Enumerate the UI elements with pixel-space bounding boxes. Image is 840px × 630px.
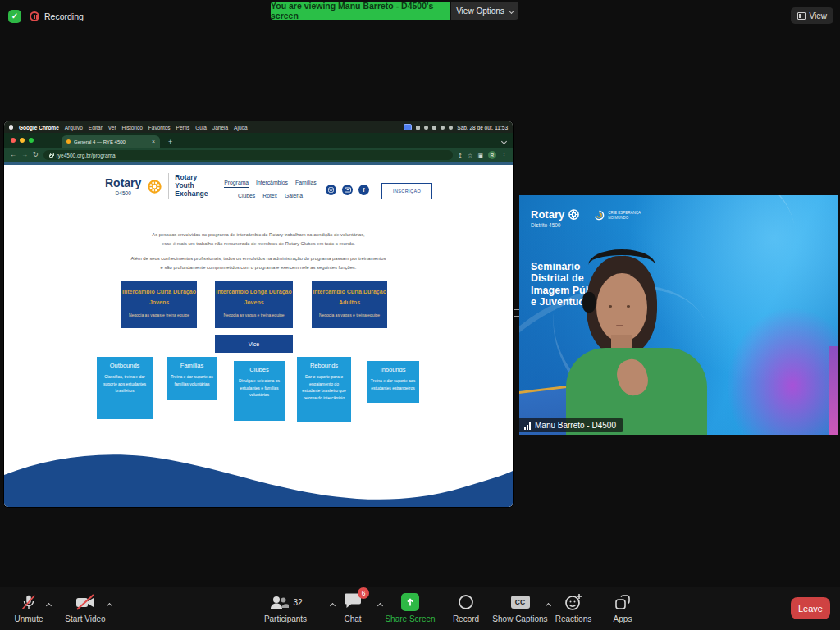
forward-button[interactable]: → bbox=[21, 152, 28, 158]
nav-clubes[interactable]: Clubes bbox=[238, 193, 255, 199]
menu-perfis[interactable]: Perfis bbox=[176, 125, 190, 130]
menu-ajuda[interactable]: Ajuda bbox=[234, 125, 248, 130]
menu-guia[interactable]: Guia bbox=[195, 125, 207, 130]
leave-button[interactable]: Leave bbox=[791, 597, 830, 619]
url-omnibox[interactable]: rye4500.org.br/programa bbox=[43, 150, 454, 160]
maximize-window-icon[interactable] bbox=[29, 138, 34, 143]
nav-galeria[interactable]: Galeria bbox=[285, 193, 303, 199]
tab-favicon-icon bbox=[66, 139, 71, 144]
role-title: Intercambio Curta Duração Jovens bbox=[121, 281, 197, 308]
intro-paragraphs: As pessoas envolvidas no programa de int… bbox=[4, 231, 513, 272]
inscricao-button[interactable]: INSCRIÇÃO bbox=[381, 183, 432, 199]
browser-tab[interactable]: General 4 — RYE 4500 × bbox=[62, 135, 160, 148]
record-icon bbox=[457, 593, 475, 611]
rye-webpage: Rotary D4500 bbox=[4, 165, 513, 507]
chrome-menu-kebab-icon[interactable]: ⋮ bbox=[501, 153, 507, 158]
apps-label: Apps bbox=[588, 614, 657, 623]
control-center-icon[interactable] bbox=[449, 126, 453, 130]
view-options-label: View Options bbox=[456, 7, 504, 16]
role-desc: Treina e dar suporte aos estudantes estr… bbox=[370, 377, 416, 391]
role-title: Inbounds bbox=[370, 366, 416, 373]
intro-line: As pessoas envolvidas no programa de int… bbox=[4, 231, 513, 240]
close-window-icon[interactable] bbox=[11, 138, 16, 143]
participants-count: 32 bbox=[293, 598, 302, 607]
chat-unread-badge: 6 bbox=[358, 587, 369, 599]
back-button[interactable]: ← bbox=[10, 152, 16, 158]
security-shield-icon[interactable]: ✓ bbox=[8, 10, 21, 23]
email-icon[interactable] bbox=[342, 185, 353, 195]
participants-icon bbox=[268, 593, 290, 611]
intro-line: e são profundamente comprometidos com o … bbox=[4, 263, 513, 272]
role-card-clubes: Clubes Divulga e seleciona os estudantes… bbox=[234, 361, 285, 421]
view-button[interactable]: View bbox=[791, 7, 834, 24]
menu-ver[interactable]: Ver bbox=[108, 125, 116, 130]
person-mouth bbox=[616, 325, 623, 326]
microphone-muted-icon bbox=[20, 592, 38, 612]
role-title: Intercambio Longa Duração Jovens bbox=[215, 281, 293, 308]
menubar-clock[interactable]: Sáb. 28 de out. 11:53 bbox=[457, 125, 508, 130]
wifi-icon[interactable] bbox=[432, 126, 436, 130]
role-sub: Negocia as vagas e treina equipe bbox=[215, 313, 293, 317]
intro-line: Além de seus conhecimentos profissionais… bbox=[4, 254, 513, 263]
nav-rotex[interactable]: Rotex bbox=[262, 193, 277, 199]
role-card-outbounds: Outbounds Classifica, treina e dar supor… bbox=[97, 357, 153, 419]
speaker-video-tile: Rotary bbox=[519, 195, 838, 435]
profile-avatar[interactable]: R bbox=[488, 151, 496, 159]
share-page-icon[interactable]: ↥ bbox=[458, 153, 463, 158]
view-options-button[interactable]: View Options bbox=[451, 2, 518, 20]
chevron-down-icon bbox=[509, 7, 514, 13]
apple-logo-icon[interactable] bbox=[9, 125, 13, 130]
menubar-status-icon[interactable] bbox=[424, 126, 428, 130]
panel-resize-handle[interactable] bbox=[514, 303, 519, 322]
audio-level-icon bbox=[524, 422, 531, 430]
recording-indicator-icon bbox=[30, 11, 39, 21]
footer-wave bbox=[4, 445, 513, 507]
intro-line: esse é mais um trabalho não remunerado d… bbox=[4, 240, 513, 249]
role-sub: Negocia as vagas e treina equipe bbox=[312, 313, 387, 317]
role-card-vice: Vice bbox=[215, 335, 293, 353]
menu-favoritos[interactable]: Favoritos bbox=[148, 125, 171, 130]
window-controls[interactable] bbox=[11, 138, 34, 143]
start-video-label: Start Video bbox=[51, 614, 120, 623]
role-card-inbounds: Inbounds Treina e dar suporte aos estuda… bbox=[367, 361, 419, 403]
search-icon[interactable] bbox=[441, 126, 445, 130]
site-brand: Rotary D4500 bbox=[105, 173, 208, 199]
screen-share-status-icon[interactable] bbox=[404, 124, 412, 130]
participants-button[interactable]: 32 Participants bbox=[251, 591, 320, 623]
district-label: D4500 bbox=[105, 190, 141, 196]
nav-intercambios[interactable]: Intercâmbios bbox=[256, 180, 288, 188]
extensions-icon[interactable]: ▣ bbox=[477, 153, 483, 158]
lock-icon bbox=[49, 154, 53, 158]
menu-historico[interactable]: Histórico bbox=[122, 125, 143, 130]
minimize-window-icon[interactable] bbox=[20, 138, 25, 143]
role-title: Outbounds bbox=[100, 362, 149, 369]
tab-search-chevron-icon[interactable] bbox=[501, 139, 507, 144]
tab-close-icon[interactable]: × bbox=[152, 139, 155, 144]
role-card-curta-adultos: Intercambio Curta Duração Adultos Negoci… bbox=[312, 281, 387, 328]
instagram-icon[interactable] bbox=[326, 185, 336, 195]
apps-button[interactable]: Apps bbox=[588, 591, 657, 623]
new-tab-button[interactable]: + bbox=[168, 138, 172, 146]
participant-name: Manu Barreto - D4500 bbox=[535, 421, 616, 430]
role-desc: Classifica, treina e dar suporte aos est… bbox=[100, 373, 149, 395]
nav-programa[interactable]: Programa bbox=[224, 180, 249, 188]
url-text: rye4500.org.br/programa bbox=[57, 153, 116, 158]
menu-janela[interactable]: Janela bbox=[212, 125, 228, 130]
nav-familias[interactable]: Famílias bbox=[295, 180, 317, 188]
program-line: Exchange bbox=[175, 190, 208, 199]
person-face bbox=[596, 273, 647, 342]
menu-editar[interactable]: Editar bbox=[89, 125, 103, 130]
participant-name-tag: Manu Barreto - D4500 bbox=[519, 418, 623, 432]
role-card-curta-jovens: Intercambio Curta Duração Jovens Negocia… bbox=[121, 281, 197, 328]
menu-app-name[interactable]: Google Chrome bbox=[19, 125, 59, 130]
headphone-earcup bbox=[582, 292, 596, 313]
shared-screen: Google Chrome Arquivo Editar Ver Históri… bbox=[4, 121, 513, 507]
menu-arquivo[interactable]: Arquivo bbox=[65, 125, 83, 130]
bookmark-star-icon[interactable]: ☆ bbox=[468, 153, 472, 158]
person-eye bbox=[627, 305, 630, 308]
facebook-icon[interactable]: f bbox=[358, 185, 369, 195]
chrome-addressbar: ← → ↻ rye4500.org.br/programa ↥ ☆ ▣ R ⋮ bbox=[4, 148, 513, 162]
social-links: f bbox=[326, 185, 369, 195]
reload-button[interactable]: ↻ bbox=[33, 152, 39, 158]
menubar-status-icon[interactable] bbox=[416, 126, 420, 130]
